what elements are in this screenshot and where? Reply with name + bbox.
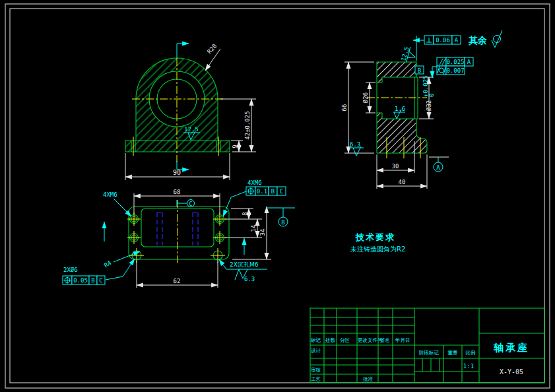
label-4xm6-left: 4XM6: [103, 191, 131, 216]
svg-text:0.05: 0.05: [73, 277, 88, 284]
tb-label-signature: 签名: [380, 337, 390, 343]
m6-holes: [127, 212, 226, 244]
front-body-hatch: [125, 58, 230, 152]
section-dim-inner-bore: Ø26: [362, 92, 369, 103]
section-bore-dimension: Ø32 +0.025 0: [422, 75, 435, 111]
svg-text:2XØ6: 2XØ6: [63, 267, 78, 273]
svg-text:Ø32: Ø32: [426, 100, 432, 111]
svg-text:1.6: 1.6: [395, 106, 405, 112]
svg-text:0.06: 0.06: [436, 37, 450, 44]
svg-text:A: A: [455, 37, 459, 44]
top-dim-68: 68: [174, 189, 181, 195]
title-block: 标记 处数 分区 更改文件号 签名 年月日 设计 审核 工艺 批准 阶段标记 重…: [310, 308, 544, 383]
svg-text:4XM6: 4XM6: [103, 191, 117, 198]
drawing-sheet: 90 42±0.025 9 R28 12.5: [0, 0, 555, 392]
tb-part-name: 轴承座: [493, 342, 529, 354]
svg-text:R4: R4: [103, 259, 113, 269]
front-dim-width: 90: [173, 169, 181, 176]
top-dim-8: 8: [242, 212, 248, 215]
roughness-symbol-12-5-section: 12.5: [400, 46, 417, 65]
tb-label-approve: 批准: [363, 376, 374, 382]
tb-label-stage: 阶段标记: [419, 350, 440, 356]
top-dim-62: 62: [174, 278, 181, 284]
svg-text:6.3: 6.3: [244, 276, 255, 282]
fcf-position-d6: 2XØ6 0.05 B C: [63, 259, 135, 284]
svg-text:B: B: [91, 277, 94, 284]
svg-text:0.1: 0.1: [257, 188, 267, 195]
front-dim-height: 42±0.025: [244, 111, 251, 139]
top-dim-34: 34: [259, 229, 266, 236]
tb-label-weight: 重量: [448, 350, 459, 356]
top-view: 68 62 8 14 34 4XM6 4XM6: [63, 180, 295, 288]
tech-req-title: 技术要求: [355, 232, 395, 242]
svg-text:0.007: 0.007: [446, 67, 464, 74]
technical-requirements: 技术要求 未注铸造圆角为R2: [350, 232, 405, 253]
tb-label-zone: 分区: [340, 337, 350, 343]
svg-text:2X沉孔M6: 2X沉孔M6: [230, 261, 259, 268]
tech-req-line1: 未注铸造圆角为R2: [350, 245, 405, 253]
svg-text:A: A: [467, 59, 471, 65]
svg-text:B: B: [418, 67, 421, 74]
roughness-symbol-6-3-section: 6.3: [349, 141, 364, 156]
svg-text:C: C: [189, 201, 193, 207]
datum-b-flag: B: [266, 208, 295, 226]
svg-text:C: C: [99, 277, 102, 284]
fcf-perpendicularity: 0.06 A: [413, 36, 461, 44]
cad-drawing-canvas: 90 42±0.025 9 R28 12.5: [0, 0, 555, 392]
svg-text:0.025: 0.025: [446, 59, 464, 65]
svg-text:B: B: [281, 219, 284, 226]
tb-label-change-doc: 更改文件号: [358, 337, 383, 343]
front-view: 90 42±0.025 9 R28 12.5: [125, 43, 256, 180]
tb-scale-value: 1:1: [463, 363, 474, 370]
fcf-parallelism-cylindricity: 0.025 A 0.007: [432, 57, 473, 78]
front-dim-flange: 9: [232, 145, 238, 148]
tb-label-check: 审核: [311, 367, 321, 373]
tb-label-scale: 比例: [466, 350, 476, 356]
label-r4: R4: [103, 251, 140, 269]
roughness-symbol-1-6: 1.6: [393, 106, 405, 119]
datum-a-flag: A: [429, 157, 449, 172]
top-dim-14: 14: [250, 225, 257, 232]
svg-text:A: A: [436, 164, 440, 171]
svg-text:其余: 其余: [469, 35, 487, 46]
fcf-position-m6: 4XM6 0.1 B C: [223, 180, 286, 216]
svg-text:12.5: 12.5: [184, 126, 199, 133]
tb-drawing-number: X-Y-05: [500, 368, 523, 376]
svg-text:0: 0: [428, 94, 435, 97]
tb-label-date: 年月日: [395, 337, 410, 343]
section-dim-depth: 30: [392, 163, 399, 170]
datum-b-box: B: [415, 66, 424, 74]
svg-text:C: C: [280, 188, 283, 195]
counterbore-note: 2X沉孔M6 6.3: [219, 259, 267, 282]
svg-text:B: B: [271, 188, 275, 195]
svg-text:4XM6: 4XM6: [247, 180, 262, 186]
tb-label-count: 处数: [325, 337, 336, 343]
section-hatch-top: [377, 62, 416, 82]
tb-label-mark: 标记: [310, 337, 321, 343]
svg-text:6.3: 6.3: [350, 141, 360, 148]
front-radius-label: R28: [206, 43, 218, 55]
section-dim-height: 66: [341, 104, 348, 112]
section-view: 66 Ø26 Ø32 +0.025 0 30 40 1.6 6.3: [341, 30, 502, 189]
datum-c-flag: C: [177, 200, 195, 207]
tb-label-design: 设计: [311, 348, 321, 354]
tb-label-process: 工艺: [311, 376, 321, 382]
section-cut-arrow-top: [177, 44, 189, 58]
default-roughness-note: 其余: [469, 30, 502, 48]
section-dim-width: 40: [399, 179, 406, 185]
